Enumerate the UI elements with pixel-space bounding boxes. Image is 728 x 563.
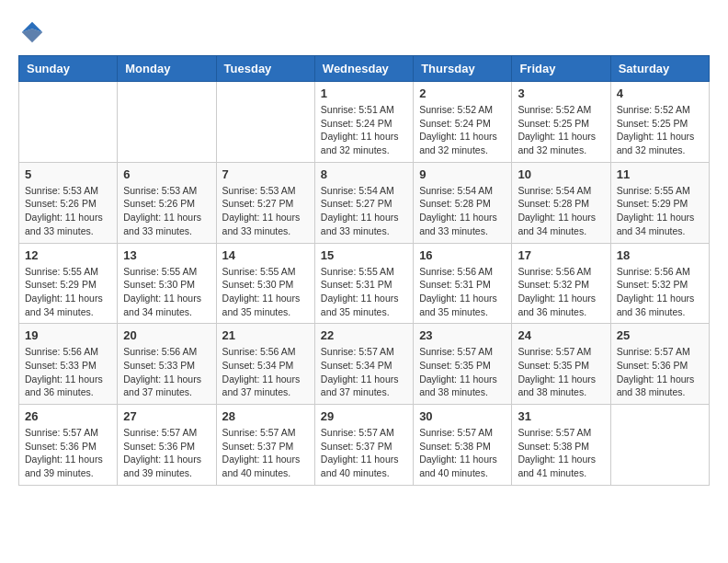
day-number: 29: [321, 409, 407, 423]
day-number: 11: [617, 167, 703, 181]
day-number: 27: [123, 409, 210, 423]
day-number: 1: [321, 86, 407, 100]
calendar-cell: 22Sunrise: 5:57 AMSunset: 5:34 PMDayligh…: [314, 324, 413, 405]
calendar-cell: 4Sunrise: 5:52 AMSunset: 5:25 PMDaylight…: [610, 82, 709, 163]
day-info: Sunrise: 5:57 AMSunset: 5:36 PMDaylight:…: [617, 345, 703, 399]
page-header: [18, 18, 710, 46]
day-info: Sunrise: 5:56 AMSunset: 5:32 PMDaylight:…: [617, 265, 703, 319]
calendar-cell: [216, 82, 314, 163]
column-header-wednesday: Wednesday: [314, 56, 413, 82]
day-info: Sunrise: 5:56 AMSunset: 5:34 PMDaylight:…: [222, 345, 309, 399]
calendar-cell: 2Sunrise: 5:52 AMSunset: 5:24 PMDaylight…: [414, 82, 512, 163]
day-info: Sunrise: 5:57 AMSunset: 5:37 PMDaylight:…: [321, 426, 407, 480]
calendar-cell: 17Sunrise: 5:56 AMSunset: 5:32 PMDayligh…: [512, 243, 610, 324]
day-number: 4: [617, 86, 703, 100]
day-number: 7: [222, 167, 309, 181]
day-info: Sunrise: 5:57 AMSunset: 5:36 PMDaylight:…: [123, 426, 210, 480]
day-info: Sunrise: 5:57 AMSunset: 5:37 PMDaylight:…: [222, 426, 309, 480]
day-info: Sunrise: 5:52 AMSunset: 5:25 PMDaylight:…: [518, 103, 604, 157]
day-info: Sunrise: 5:52 AMSunset: 5:25 PMDaylight:…: [617, 103, 703, 157]
day-info: Sunrise: 5:57 AMSunset: 5:38 PMDaylight:…: [419, 426, 506, 480]
day-info: Sunrise: 5:57 AMSunset: 5:38 PMDaylight:…: [518, 426, 604, 480]
calendar-week-row: 5Sunrise: 5:53 AMSunset: 5:26 PMDaylight…: [19, 162, 710, 243]
calendar-cell: 7Sunrise: 5:53 AMSunset: 5:27 PMDaylight…: [216, 162, 314, 243]
day-number: 3: [518, 86, 604, 100]
calendar-cell: 23Sunrise: 5:57 AMSunset: 5:35 PMDayligh…: [414, 324, 512, 405]
calendar-cell: 26Sunrise: 5:57 AMSunset: 5:36 PMDayligh…: [19, 405, 118, 486]
calendar-cell: 21Sunrise: 5:56 AMSunset: 5:34 PMDayligh…: [216, 324, 314, 405]
calendar-cell: 16Sunrise: 5:56 AMSunset: 5:31 PMDayligh…: [414, 243, 512, 324]
calendar-cell: 24Sunrise: 5:57 AMSunset: 5:35 PMDayligh…: [512, 324, 610, 405]
calendar-cell: 9Sunrise: 5:54 AMSunset: 5:28 PMDaylight…: [414, 162, 512, 243]
day-number: 10: [518, 167, 604, 181]
calendar-cell: 12Sunrise: 5:55 AMSunset: 5:29 PMDayligh…: [19, 243, 118, 324]
day-info: Sunrise: 5:53 AMSunset: 5:26 PMDaylight:…: [123, 184, 210, 238]
calendar-cell: 25Sunrise: 5:57 AMSunset: 5:36 PMDayligh…: [610, 324, 709, 405]
column-header-tuesday: Tuesday: [216, 56, 314, 82]
calendar-cell: 3Sunrise: 5:52 AMSunset: 5:25 PMDaylight…: [512, 82, 610, 163]
calendar-cell: 31Sunrise: 5:57 AMSunset: 5:38 PMDayligh…: [512, 405, 610, 486]
day-number: 17: [518, 248, 604, 262]
day-info: Sunrise: 5:55 AMSunset: 5:31 PMDaylight:…: [321, 265, 407, 319]
day-number: 13: [123, 248, 210, 262]
calendar-cell: [610, 405, 709, 486]
day-number: 9: [419, 167, 506, 181]
calendar-cell: 19Sunrise: 5:56 AMSunset: 5:33 PMDayligh…: [19, 324, 118, 405]
calendar-cell: 30Sunrise: 5:57 AMSunset: 5:38 PMDayligh…: [414, 405, 512, 486]
day-info: Sunrise: 5:57 AMSunset: 5:34 PMDaylight:…: [321, 345, 407, 399]
day-number: 5: [25, 167, 111, 181]
calendar-header-row: SundayMondayTuesdayWednesdayThursdayFrid…: [19, 56, 710, 82]
column-header-thursday: Thursday: [414, 56, 512, 82]
calendar-week-row: 12Sunrise: 5:55 AMSunset: 5:29 PMDayligh…: [19, 243, 710, 324]
calendar-cell: 10Sunrise: 5:54 AMSunset: 5:28 PMDayligh…: [512, 162, 610, 243]
calendar-cell: 29Sunrise: 5:57 AMSunset: 5:37 PMDayligh…: [314, 405, 413, 486]
column-header-monday: Monday: [118, 56, 216, 82]
day-number: 24: [518, 328, 604, 342]
calendar-week-row: 26Sunrise: 5:57 AMSunset: 5:36 PMDayligh…: [19, 405, 710, 486]
day-info: Sunrise: 5:54 AMSunset: 5:28 PMDaylight:…: [419, 184, 506, 238]
day-number: 28: [222, 409, 309, 423]
day-number: 25: [617, 328, 703, 342]
column-header-friday: Friday: [512, 56, 610, 82]
calendar-cell: 8Sunrise: 5:54 AMSunset: 5:27 PMDaylight…: [314, 162, 413, 243]
day-info: Sunrise: 5:57 AMSunset: 5:35 PMDaylight:…: [419, 345, 506, 399]
calendar-cell: 15Sunrise: 5:55 AMSunset: 5:31 PMDayligh…: [314, 243, 413, 324]
calendar-week-row: 19Sunrise: 5:56 AMSunset: 5:33 PMDayligh…: [19, 324, 710, 405]
day-number: 12: [25, 248, 111, 262]
day-info: Sunrise: 5:57 AMSunset: 5:36 PMDaylight:…: [25, 426, 111, 480]
day-number: 6: [123, 167, 210, 181]
day-info: Sunrise: 5:55 AMSunset: 5:29 PMDaylight:…: [25, 265, 111, 319]
day-info: Sunrise: 5:56 AMSunset: 5:33 PMDaylight:…: [25, 345, 111, 399]
calendar-week-row: 1Sunrise: 5:51 AMSunset: 5:24 PMDaylight…: [19, 82, 710, 163]
day-info: Sunrise: 5:55 AMSunset: 5:30 PMDaylight:…: [222, 265, 309, 319]
logo-icon: [18, 18, 46, 46]
calendar-cell: 5Sunrise: 5:53 AMSunset: 5:26 PMDaylight…: [19, 162, 118, 243]
day-info: Sunrise: 5:57 AMSunset: 5:35 PMDaylight:…: [518, 345, 604, 399]
calendar-cell: 13Sunrise: 5:55 AMSunset: 5:30 PMDayligh…: [118, 243, 216, 324]
day-info: Sunrise: 5:52 AMSunset: 5:24 PMDaylight:…: [419, 103, 506, 157]
logo: [18, 18, 50, 46]
calendar-cell: 14Sunrise: 5:55 AMSunset: 5:30 PMDayligh…: [216, 243, 314, 324]
day-info: Sunrise: 5:56 AMSunset: 5:32 PMDaylight:…: [518, 265, 604, 319]
day-number: 26: [25, 409, 111, 423]
calendar-cell: [118, 82, 216, 163]
calendar-cell: 28Sunrise: 5:57 AMSunset: 5:37 PMDayligh…: [216, 405, 314, 486]
calendar-cell: 18Sunrise: 5:56 AMSunset: 5:32 PMDayligh…: [610, 243, 709, 324]
day-number: 16: [419, 248, 506, 262]
day-number: 15: [321, 248, 407, 262]
day-info: Sunrise: 5:55 AMSunset: 5:30 PMDaylight:…: [123, 265, 210, 319]
day-number: 30: [419, 409, 506, 423]
day-number: 21: [222, 328, 309, 342]
day-number: 31: [518, 409, 604, 423]
calendar-cell: 6Sunrise: 5:53 AMSunset: 5:26 PMDaylight…: [118, 162, 216, 243]
calendar-cell: 1Sunrise: 5:51 AMSunset: 5:24 PMDaylight…: [314, 82, 413, 163]
day-info: Sunrise: 5:55 AMSunset: 5:29 PMDaylight:…: [617, 184, 703, 238]
calendar-table: SundayMondayTuesdayWednesdayThursdayFrid…: [18, 55, 710, 486]
day-info: Sunrise: 5:54 AMSunset: 5:28 PMDaylight:…: [518, 184, 604, 238]
calendar-cell: [19, 82, 118, 163]
calendar-cell: 11Sunrise: 5:55 AMSunset: 5:29 PMDayligh…: [610, 162, 709, 243]
day-number: 22: [321, 328, 407, 342]
day-info: Sunrise: 5:56 AMSunset: 5:33 PMDaylight:…: [123, 345, 210, 399]
day-number: 23: [419, 328, 506, 342]
calendar-cell: 20Sunrise: 5:56 AMSunset: 5:33 PMDayligh…: [118, 324, 216, 405]
